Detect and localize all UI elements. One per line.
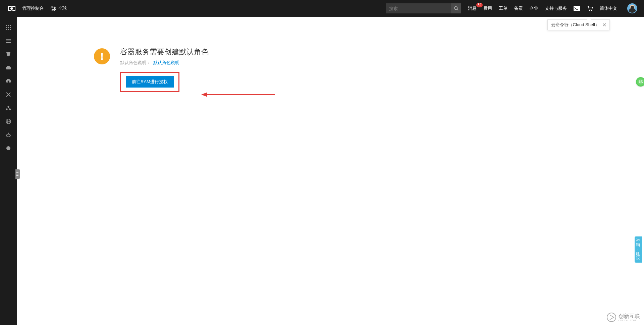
nav-tickets[interactable]: 工单 xyxy=(499,5,507,11)
svg-rect-16 xyxy=(8,29,9,30)
svg-point-34 xyxy=(6,146,10,150)
tooltip-close-icon[interactable] xyxy=(603,22,606,28)
svg-rect-13 xyxy=(8,27,9,28)
svg-point-6 xyxy=(591,10,592,11)
svg-marker-39 xyxy=(201,92,207,97)
sidebar-cloud[interactable] xyxy=(0,61,17,74)
svg-rect-15 xyxy=(6,29,7,30)
sidebar-list[interactable] xyxy=(0,34,17,48)
watermark-brand: 创新互联 xyxy=(619,313,640,319)
search-box xyxy=(386,3,461,13)
search-button[interactable] xyxy=(451,3,461,13)
sidebar xyxy=(0,17,17,325)
topbar: 管理控制台 全球 消息 34 费用 工单 备案 企业 支持与服务 简体中文 xyxy=(0,0,644,17)
svg-point-1 xyxy=(454,7,458,10)
sidebar-apps[interactable] xyxy=(0,21,17,34)
nav-language[interactable]: 简体中文 xyxy=(600,5,617,11)
messages-badge: 34 xyxy=(476,3,483,7)
watermark-logo-icon xyxy=(606,312,616,322)
svg-rect-10 xyxy=(8,25,9,26)
watermark-sub: CDCXHL.COM xyxy=(619,319,640,322)
brand-logo[interactable] xyxy=(7,5,17,12)
nav-icp[interactable]: 备案 xyxy=(514,5,523,11)
svg-point-5 xyxy=(589,10,590,11)
region-label: 全球 xyxy=(58,5,67,11)
sidebar-collapse-handle[interactable] xyxy=(15,169,20,179)
svg-rect-14 xyxy=(10,27,11,28)
sidebar-bot[interactable] xyxy=(0,128,17,142)
svg-line-2 xyxy=(457,9,459,11)
sidebar-circle[interactable] xyxy=(0,142,17,155)
nav-messages[interactable]: 消息 34 xyxy=(468,5,477,11)
svg-rect-11 xyxy=(10,25,11,26)
svg-rect-12 xyxy=(6,27,7,28)
svg-point-31 xyxy=(6,134,10,137)
feedback-widget[interactable]: 咨询·建议 xyxy=(635,236,642,263)
svg-point-25 xyxy=(9,109,11,110)
search-input[interactable] xyxy=(389,6,448,11)
avatar[interactable] xyxy=(627,3,637,13)
ram-button-highlight: 前往RAM进行授权 xyxy=(120,72,179,92)
nav-support[interactable]: 支持与服务 xyxy=(545,5,567,11)
tooltip-text: 云命令行（Cloud Shell） xyxy=(551,22,600,28)
watermark: 创新互联 CDCXHL.COM xyxy=(606,312,640,322)
svg-point-24 xyxy=(6,109,8,110)
svg-line-26 xyxy=(7,107,8,109)
main-content: ! 容器服务需要创建默认角色 默认角色说明： 默认角色说明 前往RAM进行授权 xyxy=(17,17,644,325)
nav-enterprise[interactable]: 企业 xyxy=(530,5,538,11)
topnav: 消息 34 费用 工单 备案 企业 支持与服务 简体中文 xyxy=(468,3,637,13)
cloud-shell-icon[interactable] xyxy=(574,6,580,11)
svg-rect-17 xyxy=(10,29,11,30)
svg-rect-9 xyxy=(6,25,7,26)
alert-link[interactable]: 默认角色说明 xyxy=(153,60,179,66)
globe-icon xyxy=(51,6,56,11)
cart-icon[interactable] xyxy=(587,6,593,11)
sidebar-cross[interactable] xyxy=(0,88,17,101)
cloud-shell-tooltip: 云命令行（Cloud Shell） xyxy=(547,19,610,30)
nav-billing[interactable]: 费用 xyxy=(483,5,492,11)
svg-line-27 xyxy=(8,107,10,109)
svg-point-40 xyxy=(607,313,616,322)
alert-subtitle: 默认角色说明： 默认角色说明 xyxy=(120,60,209,66)
alert: ! 容器服务需要创建默认角色 默认角色说明： 默认角色说明 前往RAM进行授权 xyxy=(94,47,644,92)
svg-point-23 xyxy=(8,106,9,108)
sidebar-tree[interactable] xyxy=(0,101,17,115)
warning-icon: ! xyxy=(94,48,110,64)
float-badge[interactable]: 15 xyxy=(636,77,644,87)
region-selector[interactable]: 全球 xyxy=(51,5,67,11)
svg-rect-3 xyxy=(574,6,580,11)
sidebar-cup[interactable] xyxy=(0,48,17,61)
console-title[interactable]: 管理控制台 xyxy=(22,5,44,11)
alert-title: 容器服务需要创建默认角色 xyxy=(120,47,209,57)
ram-authorize-button[interactable]: 前往RAM进行授权 xyxy=(126,76,174,88)
annotation-arrow-icon xyxy=(201,91,275,98)
sidebar-globe[interactable] xyxy=(0,115,17,128)
sidebar-cloud-up[interactable] xyxy=(0,74,17,88)
